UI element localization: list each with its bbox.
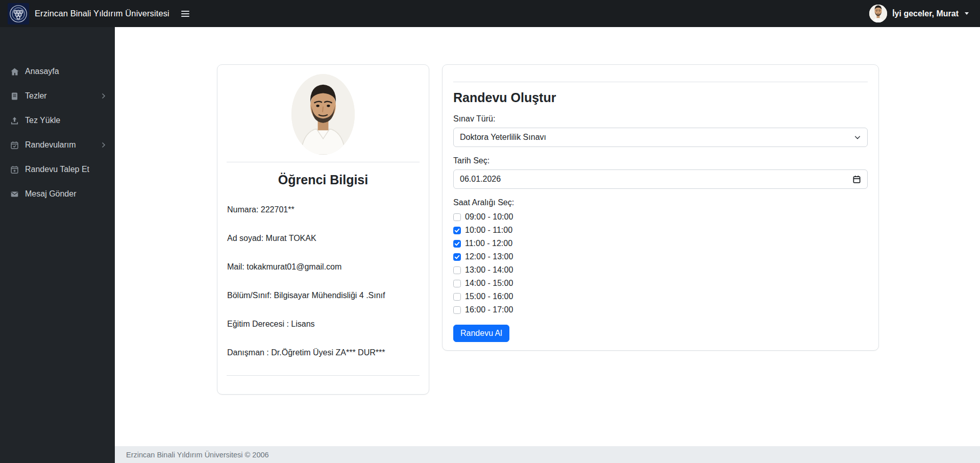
student-field-mail: Mail: tokakmurat01@gmail.com [227,261,419,273]
sidebar-item-randevularim[interactable]: Randevularım [0,133,115,157]
brand-link[interactable]: Erzincan Binali Yıldırım Üniversitesi [8,3,169,25]
form-title: Randevu Oluştur [453,90,868,105]
student-photo [291,74,355,155]
divider [227,375,420,376]
sidebar-item-tezler[interactable]: Tezler [0,84,115,108]
hamburger-icon[interactable] [178,8,192,20]
user-avatar [869,5,887,22]
brand-title: Erzincan Binali Yıldırım Üniversitesi [35,9,169,18]
time-slot-label[interactable]: 13:00 - 14:00 [465,265,513,275]
main-area: Öğrenci Bilgisi Numara: 222701** Ad soya… [115,27,980,463]
sidebar-item-label: Tezler [25,91,47,101]
content-row: Öğrenci Bilgisi Numara: 222701** Ad soya… [115,27,980,446]
student-field-bolum: Bölüm/Sınıf: Bilgisayar Mühendisliği 4 .… [227,289,419,302]
divider [227,162,420,162]
caret-down-icon [965,12,969,15]
student-field-danisman: Danışman : Dr.Öğretim Üyesi ZA*** DUR*** [227,347,419,359]
time-slot-label[interactable]: 15:00 - 16:00 [465,292,513,301]
time-slot-label[interactable]: 09:00 - 10:00 [465,212,513,222]
chevron-down-icon [854,134,861,141]
calendar-picker-icon[interactable] [852,175,861,184]
time-slot-row: 09:00 - 10:00 [453,210,868,224]
date-value: 06.01.2026 [460,175,501,184]
time-slot-row: 10:00 - 11:00 [453,224,868,237]
time-slot-checkbox[interactable] [453,213,461,221]
time-slot-row: 13:00 - 14:00 [453,263,868,277]
time-slot-row: 12:00 - 13:00 [453,250,868,263]
page: Erzincan Binali Yıldırım Üniversitesi İy… [0,0,980,463]
exam-type-label: Sınav Türü: [453,114,868,124]
divider [453,82,868,82]
envelope-icon [10,190,19,199]
upload-icon [10,116,19,125]
exam-type-selected-value: Doktora Yeterlilik Sınavı [460,133,546,142]
time-slot-checkbox[interactable] [453,240,461,248]
sidebar-nav: Anasayfa Tezler [0,27,115,206]
date-label: Tarih Seç: [453,156,868,165]
randevu-al-button[interactable]: Randevu Al [453,325,509,342]
calendar-plus-icon [10,165,19,174]
time-slot-label[interactable]: 12:00 - 13:00 [465,252,513,261]
student-info-card: Öğrenci Bilgisi Numara: 222701** Ad soya… [217,64,429,395]
time-range-label: Saat Aralığı Seç: [453,198,868,207]
time-slot-row: 11:00 - 12:00 [453,237,868,250]
time-slot-label[interactable]: 10:00 - 11:00 [465,226,512,235]
student-field-numara: Numara: 222701** [227,204,419,216]
exam-type-select[interactable]: Doktora Yeterlilik Sınavı [453,128,868,147]
book-icon [10,92,19,101]
sidebar-item-label: Mesaj Gönder [25,189,77,199]
card-header-space [453,65,868,82]
footer: Erzincan Binali Yıldırım Üniversitesi © … [115,446,980,463]
time-slot-row: 15:00 - 16:00 [453,290,868,303]
time-slot-checkbox[interactable] [453,306,461,314]
date-input[interactable]: 06.01.2026 [453,169,868,189]
sidebar-item-label: Anasayfa [25,67,59,76]
sidebar-item-mesaj-gonder[interactable]: Mesaj Gönder [0,182,115,206]
student-field-egitim: Eğitim Derecesi : Lisans [227,318,419,330]
footer-text: Erzincan Binali Yıldırım Üniversitesi © … [126,451,269,459]
chevron-right-icon [102,93,106,99]
user-menu-toggle[interactable]: İyi geceler, Murat [869,5,969,22]
sidebar-item-tez-yukle[interactable]: Tez Yükle [0,108,115,133]
time-slot-label[interactable]: 11:00 - 12:00 [465,239,512,248]
calendar-check-icon [10,141,19,150]
user-greeting: İyi geceler, Murat [892,9,959,18]
top-navbar: Erzincan Binali Yıldırım Üniversitesi İy… [0,0,980,27]
time-slot-label[interactable]: 14:00 - 15:00 [465,279,513,288]
sidebar-item-anasayfa[interactable]: Anasayfa [0,59,115,84]
student-field-ad-soyad: Ad soyad: Murat TOKAK [227,232,419,245]
sidebar-item-label: Randevu Talep Et [25,165,89,174]
time-slot-checkbox[interactable] [453,280,461,287]
university-logo-icon [8,3,29,25]
sidebar: Anasayfa Tezler [0,27,115,463]
home-icon [10,67,19,76]
time-slot-label[interactable]: 16:00 - 17:00 [465,305,513,314]
time-slot-list: 09:00 - 10:00 10:00 - 11:00 11:00 - 12:0… [453,210,868,316]
sidebar-item-label: Tez Yükle [25,116,60,125]
chevron-right-icon [102,142,106,148]
time-slot-checkbox[interactable] [453,293,461,301]
student-fields: Numara: 222701** Ad soyad: Murat TOKAK M… [227,204,420,359]
time-slot-checkbox[interactable] [453,253,461,261]
sidebar-item-label: Randevularım [25,140,76,150]
time-slot-row: 16:00 - 17:00 [453,303,868,316]
sidebar-item-randevu-talep-et[interactable]: Randevu Talep Et [0,157,115,182]
time-slot-checkbox[interactable] [453,266,461,274]
time-slot-row: 14:00 - 15:00 [453,277,868,290]
time-slot-checkbox[interactable] [453,227,461,234]
student-card-title: Öğrenci Bilgisi [227,173,420,187]
appointment-form-card: Randevu Oluştur Sınav Türü: Doktora Yete… [442,64,879,351]
